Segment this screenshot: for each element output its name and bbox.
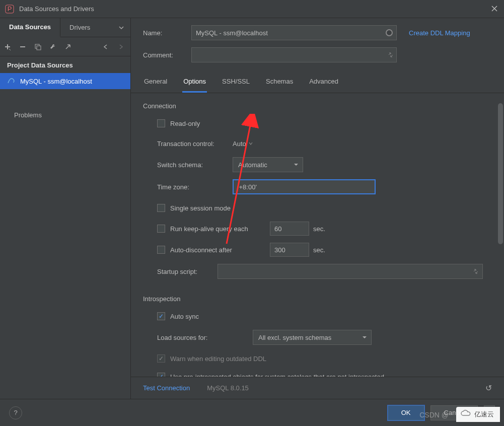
app-icon: P bbox=[5, 5, 14, 14]
keepalive-checkbox[interactable] bbox=[157, 225, 165, 233]
tab-general[interactable]: General bbox=[143, 74, 168, 93]
tab-sshssl[interactable]: SSH/SSL bbox=[221, 74, 251, 93]
expand-icon[interactable] bbox=[473, 268, 479, 274]
switch-schema-value: Automatic bbox=[238, 161, 267, 169]
connection-header: Connection bbox=[143, 102, 492, 110]
form-top: Name: Create DDL Mapping Comment: bbox=[131, 18, 504, 70]
settings-tabs: General Options SSH/SSL Schemas Advanced bbox=[131, 70, 504, 93]
cancel-button-label: Cancel bbox=[444, 409, 464, 416]
introspection-header: Introspection bbox=[143, 295, 492, 303]
copy-icon[interactable] bbox=[34, 43, 43, 50]
preintro-label: Use pre-introspected objects for system … bbox=[170, 373, 384, 377]
tab-data-sources[interactable]: Data Sources bbox=[0, 18, 60, 37]
problems-item[interactable]: Problems bbox=[0, 104, 130, 126]
tab-data-sources-label: Data Sources bbox=[9, 23, 51, 31]
chevron-down-icon[interactable] bbox=[112, 25, 130, 31]
cancel-button[interactable]: Cancel bbox=[430, 405, 478, 420]
warn-ddl-checkbox[interactable] bbox=[157, 354, 165, 363]
tab-options-label: Options bbox=[183, 78, 206, 85]
datasource-item[interactable]: MySQL - ssm@localhost bbox=[0, 73, 130, 89]
timezone-label: Time zone: bbox=[157, 183, 233, 191]
titlebar: P Data Sources and Drivers bbox=[0, 0, 504, 18]
create-ddl-mapping-link[interactable]: Create DDL Mapping bbox=[409, 29, 470, 37]
window-title: Data Sources and Drivers bbox=[19, 5, 491, 13]
autosync-checkbox[interactable] bbox=[157, 312, 165, 320]
switch-schema-select[interactable]: Automatic bbox=[233, 157, 303, 172]
load-sources-select[interactable]: All excl. system schemas bbox=[253, 330, 372, 345]
single-session-label: Single session mode bbox=[170, 204, 231, 212]
tab-schemas-label: Schemas bbox=[266, 78, 293, 85]
timezone-input[interactable] bbox=[233, 179, 376, 194]
comment-input[interactable] bbox=[191, 47, 397, 62]
autosync-label: Auto sync bbox=[170, 313, 199, 320]
transaction-control-value: Auto bbox=[233, 140, 246, 148]
autodisconnect-input[interactable] bbox=[270, 243, 309, 257]
autodisconnect-unit: sec. bbox=[313, 246, 325, 254]
remove-icon[interactable] bbox=[19, 43, 28, 50]
keepalive-label: Run keep-alive query each bbox=[170, 225, 270, 233]
back-icon[interactable] bbox=[102, 43, 111, 50]
add-icon[interactable] bbox=[4, 43, 13, 50]
caret-down-icon bbox=[362, 335, 367, 340]
wrench-icon[interactable] bbox=[49, 43, 58, 50]
reset-icon[interactable]: ↺ bbox=[485, 383, 492, 393]
transaction-control-label: Transaction control: bbox=[157, 140, 233, 148]
ok-button-label: OK bbox=[401, 409, 411, 416]
tab-general-label: General bbox=[144, 78, 167, 85]
ok-button[interactable]: OK bbox=[388, 405, 424, 420]
name-label: Name: bbox=[143, 29, 191, 37]
scrollbar[interactable] bbox=[498, 103, 503, 244]
autodisconnect-label: Auto-disconnect after bbox=[170, 246, 270, 254]
section-header-project: Project Data Sources bbox=[0, 56, 130, 73]
left-tabs: Data Sources Drivers bbox=[0, 18, 130, 37]
apply-button[interactable] bbox=[484, 405, 495, 420]
svg-text:P: P bbox=[8, 5, 12, 13]
tab-advanced-label: Advanced bbox=[309, 78, 338, 85]
preintro-checkbox[interactable] bbox=[157, 373, 165, 377]
single-session-checkbox[interactable] bbox=[157, 204, 165, 212]
name-input[interactable] bbox=[191, 25, 397, 40]
caret-down-icon bbox=[294, 162, 299, 167]
tab-drivers-label: Drivers bbox=[69, 24, 90, 31]
test-connection-link[interactable]: Test Connection bbox=[143, 384, 190, 392]
driver-version: MySQL 8.0.15 bbox=[207, 384, 249, 392]
section-header-label: Project Data Sources bbox=[7, 61, 73, 69]
mysql-icon bbox=[7, 77, 15, 85]
svg-rect-8 bbox=[37, 46, 41, 50]
help-icon[interactable]: ? bbox=[9, 406, 22, 419]
datasource-label: MySQL - ssm@localhost bbox=[20, 78, 92, 85]
footer-test: Test Connection MySQL 8.0.15 ↺ bbox=[131, 377, 504, 399]
svg-point-9 bbox=[13, 82, 14, 83]
switch-schema-label: Switch schema: bbox=[157, 161, 233, 169]
tab-schemas[interactable]: Schemas bbox=[265, 74, 294, 93]
problems-label: Problems bbox=[14, 111, 42, 119]
tab-drivers[interactable]: Drivers bbox=[60, 18, 99, 37]
load-sources-label: Load sources for: bbox=[157, 334, 253, 341]
transaction-control-select[interactable]: Auto bbox=[233, 140, 253, 148]
keepalive-input[interactable] bbox=[270, 222, 309, 236]
keepalive-unit: sec. bbox=[313, 225, 325, 233]
readonly-checkbox[interactable] bbox=[157, 119, 165, 127]
comment-label: Comment: bbox=[143, 51, 191, 59]
left-panel: Data Sources Drivers Project Data Source… bbox=[0, 18, 131, 399]
load-sources-value: All excl. system schemas bbox=[258, 334, 331, 341]
right-panel: Name: Create DDL Mapping Comment: Genera… bbox=[131, 18, 504, 399]
tab-sshssl-label: SSH/SSL bbox=[222, 78, 250, 85]
color-picker-icon[interactable] bbox=[386, 29, 393, 36]
readonly-label: Read-only bbox=[170, 120, 200, 127]
startup-script-input[interactable] bbox=[218, 264, 483, 279]
left-toolbar bbox=[0, 37, 130, 56]
button-bar: ? OK Cancel bbox=[0, 399, 504, 426]
tab-advanced[interactable]: Advanced bbox=[308, 74, 339, 93]
autodisconnect-checkbox[interactable] bbox=[157, 246, 165, 254]
options-scroll: Connection Read-only Transaction control… bbox=[131, 93, 504, 377]
expand-icon[interactable] bbox=[388, 52, 394, 58]
warn-ddl-label: Warn when editing outdated DDL bbox=[170, 355, 266, 363]
tab-options[interactable]: Options bbox=[182, 74, 207, 93]
forward-icon[interactable] bbox=[117, 43, 126, 50]
goto-icon[interactable] bbox=[64, 43, 74, 50]
close-icon[interactable] bbox=[491, 5, 499, 13]
startup-script-label: Startup script: bbox=[157, 268, 218, 275]
